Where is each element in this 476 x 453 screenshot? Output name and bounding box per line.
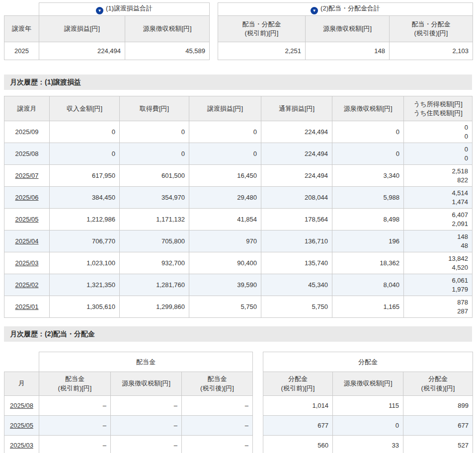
col-month: 譲渡月 bbox=[4, 96, 50, 121]
collapse-section-icon[interactable]: ▼ bbox=[96, 7, 103, 14]
section-title-dividend-history: 月次履歴：(2)配当・分配金 bbox=[4, 326, 472, 342]
transfer-cumulative-value: 224,494 bbox=[261, 165, 332, 187]
income-tax-value: 13,842 bbox=[408, 254, 468, 263]
transfer-tax-value: 0 bbox=[332, 121, 404, 143]
month-cell: 2025/06 bbox=[4, 187, 50, 209]
transfer-tax-breakdown-value: 878287 bbox=[404, 296, 473, 318]
transfer-tax-value: 5,988 bbox=[332, 187, 404, 209]
col-income: 収入金額[円] bbox=[50, 96, 120, 121]
transfer-history-row: 2025/011,305,6101,299,8605,7505,7501,165… bbox=[4, 296, 473, 318]
month-cell: 2025/09 bbox=[4, 121, 50, 143]
transfer-summary-title-text: (1)譲渡損益合計 bbox=[106, 4, 153, 12]
col-transfer-tax: 源泉徴収税額[円] bbox=[125, 16, 210, 42]
transfer-pl-value: 0 bbox=[189, 143, 261, 165]
distribution-history-row: 6770677 bbox=[263, 416, 473, 436]
month-cell: 2025/05 bbox=[4, 209, 50, 230]
month-cell: 2025/04 bbox=[4, 230, 50, 252]
resident-tax-value: 287 bbox=[408, 307, 468, 316]
transfer-summary-table: ▼(1)譲渡損益合計 譲渡年 譲渡損益[円] 源泉徴収税額[円] 2025 22… bbox=[4, 2, 210, 60]
distribution-tax-value: 0 bbox=[333, 416, 403, 436]
transfer-history-row: 2025/051,212,9861,171,13241,854178,5648,… bbox=[4, 209, 473, 230]
distribution-history-row: 1,014115899 bbox=[263, 396, 473, 416]
transfer-history-row: 2025/06384,450354,97029,480208,0445,9884… bbox=[4, 187, 473, 209]
transfer-cumulative-value: 45,340 bbox=[261, 274, 332, 296]
transfer-tax-value: 3,340 bbox=[332, 165, 404, 187]
transfer-pl-value: 29,480 bbox=[189, 187, 261, 209]
transfer-income-value: 0 bbox=[50, 143, 120, 165]
dividend-after-value: – bbox=[182, 396, 253, 416]
month-link[interactable]: 2025/08 bbox=[10, 402, 33, 409]
transfer-history-table: 譲渡月 収入金額[円] 取得費[円] 譲渡損益[円] 通算損益[円] 源泉徴収税… bbox=[4, 96, 473, 318]
transfer-pl-value: 16,450 bbox=[189, 165, 261, 187]
summary-section: ▼(1)譲渡損益合計 譲渡年 譲渡損益[円] 源泉徴収税額[円] 2025 22… bbox=[4, 2, 472, 60]
transfer-tax-value: 18,362 bbox=[332, 252, 404, 274]
month-link[interactable]: 2025/02 bbox=[15, 281, 39, 289]
corner-spacer bbox=[4, 352, 39, 372]
transfer-cost-value: 705,800 bbox=[120, 230, 189, 252]
resident-tax-value: 48 bbox=[408, 241, 468, 250]
collapse-section-icon[interactable]: ▼ bbox=[311, 7, 318, 14]
transfer-income-value: 706,770 bbox=[50, 230, 120, 252]
dividend-tax-value: – bbox=[111, 416, 182, 436]
section-title-transfer-history: 月次履歴：(1)譲渡損益 bbox=[4, 75, 472, 90]
transfer-tax-breakdown-value: 00 bbox=[404, 121, 473, 143]
transfer-cumulative-value: 5,750 bbox=[261, 296, 332, 318]
col-dividend-tax: 源泉徴収税額[円] bbox=[306, 16, 390, 42]
dividend-history-row: 2025/05––– bbox=[4, 416, 253, 436]
month-link[interactable]: 2025/05 bbox=[15, 216, 39, 223]
dividend-after-value: – bbox=[182, 416, 253, 436]
month-link[interactable]: 2025/01 bbox=[15, 303, 39, 310]
dividend-tax-value: 148 bbox=[306, 42, 390, 60]
transfer-history-row: 2025/09000224,494000 bbox=[4, 121, 473, 143]
transfer-pl-value: 5,750 bbox=[189, 296, 261, 318]
distribution-after-value: 899 bbox=[403, 396, 473, 416]
month-cell: 2025/01 bbox=[4, 296, 50, 318]
transfer-cost-value: 601,500 bbox=[120, 165, 189, 187]
transfer-tax-value: 8,040 bbox=[332, 274, 404, 296]
month-cell: 2025/07 bbox=[4, 165, 50, 187]
month-label: 2025/09 bbox=[15, 128, 39, 136]
transfer-tax-value: 8,498 bbox=[332, 209, 404, 230]
transfer-tax-breakdown-value: 6,0611,979 bbox=[404, 274, 473, 296]
transfer-income-value: 617,950 bbox=[50, 165, 120, 187]
transfer-tax-breakdown-value: 13,8424,520 bbox=[404, 252, 473, 274]
income-tax-value: 6,061 bbox=[408, 276, 468, 285]
dividend-before-value: – bbox=[39, 396, 111, 416]
income-tax-value: 0 bbox=[408, 123, 468, 132]
month-link[interactable]: 2025/05 bbox=[10, 422, 33, 429]
transfer-income-value: 1,321,350 bbox=[50, 274, 120, 296]
col-tax: 源泉徴収税額[円] bbox=[332, 96, 404, 121]
month-link[interactable]: 2025/03 bbox=[15, 259, 39, 267]
transfer-cost-value: 1,299,860 bbox=[120, 296, 189, 318]
transfer-pl-value: 0 bbox=[189, 121, 261, 143]
transfer-tax-value: 0 bbox=[332, 143, 404, 165]
transfer-pl-value: 970 bbox=[189, 230, 261, 252]
transfer-income-value: 1,023,100 bbox=[50, 252, 120, 274]
dividend-history-table: 配当金 月 配当金 (税引前)[円] 源泉徴収税額[円] 配当金 (税引後)[円… bbox=[4, 352, 253, 453]
transfer-cost-value: 1,281,760 bbox=[120, 274, 189, 296]
month-link[interactable]: 2025/07 bbox=[15, 172, 39, 179]
distribution-before-value: 1,014 bbox=[263, 396, 333, 416]
transfer-tax-breakdown-value: 2,518822 bbox=[404, 165, 473, 187]
transfer-income-value: 1,305,610 bbox=[50, 296, 120, 318]
month-link[interactable]: 2025/04 bbox=[15, 237, 39, 245]
transfer-cost-value: 0 bbox=[120, 121, 189, 143]
dividend-tax-value: – bbox=[111, 396, 182, 416]
transfer-cost-value: 354,970 bbox=[120, 187, 189, 209]
transfer-pl-value: 41,854 bbox=[189, 209, 261, 230]
dividend-before-value: 2,251 bbox=[218, 42, 306, 60]
transfer-cost-value: 932,700 bbox=[120, 252, 189, 274]
col-div-tax: 源泉徴収税額[円] bbox=[111, 372, 182, 396]
transfer-income-value: 384,450 bbox=[50, 187, 120, 209]
col-transfer-pl: 譲渡損益[円] bbox=[39, 16, 125, 42]
transfer-cumulative-value: 224,494 bbox=[261, 143, 332, 165]
col-dist-tax: 源泉徴収税額[円] bbox=[333, 372, 403, 396]
dividend-summary-table: ▼(2)配当・分配金合計 配当・分配金 (税引前)[円] 源泉徴収税額[円] 配… bbox=[218, 2, 473, 60]
page: ▼(1)譲渡損益合計 譲渡年 譲渡損益[円] 源泉徴収税額[円] 2025 22… bbox=[0, 0, 476, 453]
transfer-income-value: 0 bbox=[50, 121, 120, 143]
month-link[interactable]: 2025/06 bbox=[15, 194, 39, 201]
transfer-cumulative-value: 178,564 bbox=[261, 209, 332, 230]
month-link[interactable]: 2025/03 bbox=[10, 442, 33, 449]
distribution-tax-value: 115 bbox=[333, 396, 403, 416]
transfer-tax-value: 45,589 bbox=[125, 42, 210, 60]
